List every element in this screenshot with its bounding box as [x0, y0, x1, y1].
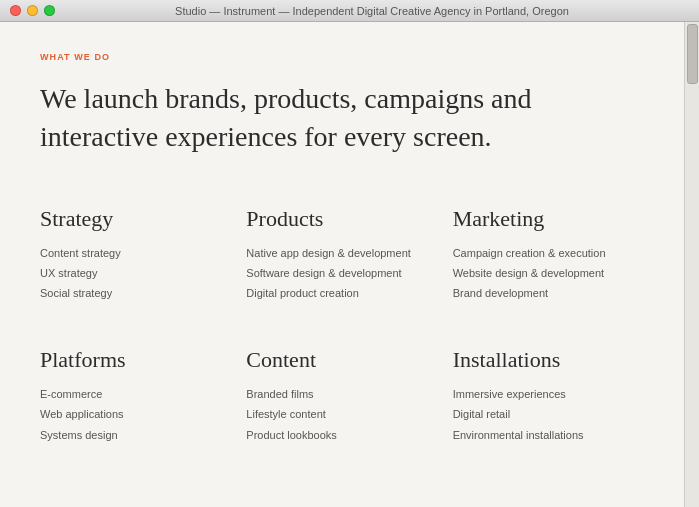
service-item: Campaign creation & execution: [453, 246, 659, 261]
service-item: Website design & development: [453, 266, 659, 281]
section-label: WHAT WE DO: [40, 52, 659, 62]
window-controls[interactable]: [10, 5, 55, 16]
service-title-products: Products: [246, 206, 452, 232]
scrollbar-thumb[interactable]: [687, 24, 698, 84]
service-items-content: Branded filmsLifestyle contentProduct lo…: [246, 387, 452, 443]
service-item: Branded films: [246, 387, 452, 402]
service-item: Native app design & development: [246, 246, 452, 261]
service-item: Social strategy: [40, 286, 246, 301]
service-block-content: ContentBranded filmsLifestyle contentPro…: [246, 347, 452, 448]
service-item: Digital product creation: [246, 286, 452, 301]
scrollbar[interactable]: [684, 22, 699, 507]
service-items-strategy: Content strategyUX strategySocial strate…: [40, 246, 246, 302]
service-items-installations: Immersive experiencesDigital retailEnvir…: [453, 387, 659, 443]
service-items-products: Native app design & developmentSoftware …: [246, 246, 452, 302]
service-item: E-commerce: [40, 387, 246, 402]
window-title: Studio — Instrument — Independent Digita…: [55, 5, 689, 17]
close-button[interactable]: [10, 5, 21, 16]
service-item: Environmental installations: [453, 428, 659, 443]
service-title-installations: Installations: [453, 347, 659, 373]
window-bar: Studio — Instrument — Independent Digita…: [0, 0, 699, 22]
service-item: Content strategy: [40, 246, 246, 261]
service-items-marketing: Campaign creation & executionWebsite des…: [453, 246, 659, 302]
service-item: Systems design: [40, 428, 246, 443]
service-title-content: Content: [246, 347, 452, 373]
main-content: WHAT WE DO We launch brands, products, c…: [0, 22, 699, 488]
service-title-marketing: Marketing: [453, 206, 659, 232]
service-items-platforms: E-commerceWeb applicationsSystems design: [40, 387, 246, 443]
maximize-button[interactable]: [44, 5, 55, 16]
service-block-strategy: StrategyContent strategyUX strategySocia…: [40, 206, 246, 347]
service-item: Software design & development: [246, 266, 452, 281]
service-item: Brand development: [453, 286, 659, 301]
service-title-strategy: Strategy: [40, 206, 246, 232]
service-item: Lifestyle content: [246, 407, 452, 422]
service-block-marketing: MarketingCampaign creation & executionWe…: [453, 206, 659, 347]
service-item: Immersive experiences: [453, 387, 659, 402]
service-block-platforms: PlatformsE-commerceWeb applicationsSyste…: [40, 347, 246, 448]
hero-text: We launch brands, products, campaigns an…: [40, 80, 560, 156]
service-block-products: ProductsNative app design & developmentS…: [246, 206, 452, 347]
minimize-button[interactable]: [27, 5, 38, 16]
service-title-platforms: Platforms: [40, 347, 246, 373]
service-item: UX strategy: [40, 266, 246, 281]
service-item: Digital retail: [453, 407, 659, 422]
service-block-installations: InstallationsImmersive experiencesDigita…: [453, 347, 659, 448]
service-item: Product lookbooks: [246, 428, 452, 443]
service-item: Web applications: [40, 407, 246, 422]
services-grid: StrategyContent strategyUX strategySocia…: [40, 206, 659, 448]
